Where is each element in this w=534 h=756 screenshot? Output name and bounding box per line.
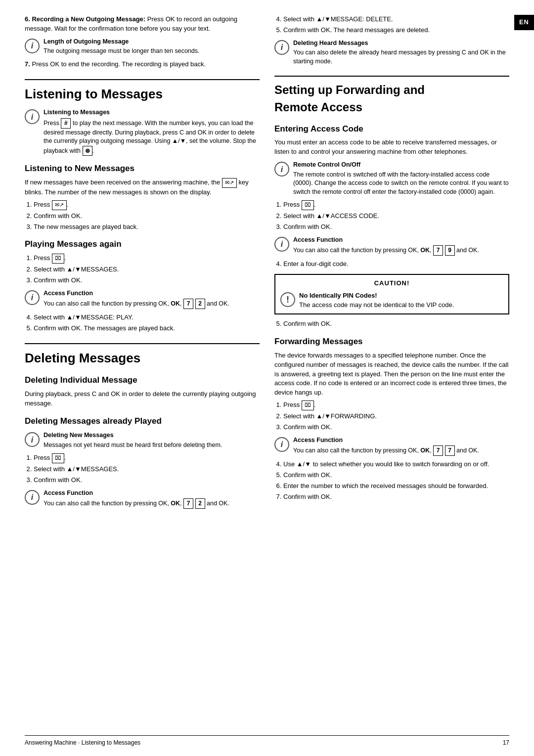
fwd-steps-cont: Use ▲/▼ to select whether you would like…	[283, 460, 509, 501]
fwd-step6: Enter the number to which the received m…	[283, 482, 509, 491]
del-new-title: Deleting New Messages	[44, 431, 260, 440]
new-messages-heading: Listening to New Messages	[25, 163, 260, 175]
main-content: 6. Recording a New Outgoing Message: Pre…	[25, 15, 509, 513]
info-icon-del-access: i	[25, 490, 40, 505]
del-key-7: 7	[183, 498, 193, 509]
acc-step1: Press ⌧.	[283, 200, 509, 210]
deleting-heading: Deleting Messages	[25, 343, 260, 368]
left-column: 6. Recording a New Outgoing Message: Pre…	[25, 15, 260, 513]
info-title: Length of Outgoing Message	[44, 38, 260, 46]
fwd-key-7b: 7	[445, 445, 455, 456]
new-messages-steps: Press ✉↗. Confirm with OK. The new messa…	[34, 200, 260, 232]
msg-key-2: ✉↗	[52, 200, 67, 210]
fwd-func-title: Access Function	[293, 436, 509, 445]
deleting-indiv-text: During playback, press C and OK in order…	[25, 390, 260, 408]
heard-title: Deleting Heard Messages	[293, 39, 509, 48]
key-2: 2	[195, 299, 205, 309]
fwd-step3: Confirm with OK.	[283, 423, 509, 432]
acc-key-7: 7	[433, 245, 443, 256]
stop-key: ⊗	[83, 146, 92, 156]
del-cont-section: Select with ▲/▼MESSAGE: DELETE. Confirm …	[274, 15, 509, 66]
access-code-heading: Entering Access Code	[274, 123, 509, 135]
play-access-title: Access Function	[44, 289, 260, 298]
del-new-text: Messages not yet heard must be heard fir…	[44, 442, 222, 448]
info-icon-del: i	[25, 432, 40, 447]
hash-key: #	[61, 118, 71, 129]
access-steps-cont2: Confirm with OK.	[283, 319, 509, 329]
del-new-info-box: i Deleting New Messages Messages not yet…	[25, 431, 260, 449]
step-1: Press ✉↗.	[34, 200, 260, 210]
remote-title: Remote Control On/Off	[293, 161, 509, 170]
del-step-1: Press ⌧.	[34, 453, 260, 463]
acc-step4: Enter a four-digit code.	[283, 260, 509, 269]
caution-inner: ! No Identically PIN Codes! The access c…	[280, 291, 503, 310]
deleting-indiv-heading: Deleting Individual Message	[25, 374, 260, 387]
info-icon-play: i	[25, 290, 40, 305]
caution-text: The access code may not be identical to …	[299, 301, 454, 309]
listening-info-content: Listening to Messages Press # to play th…	[44, 108, 260, 156]
playing-steps-cont: Select with ▲/▼MESSAGE: PLAY. Confirm wi…	[34, 313, 260, 333]
play-step-2: Select with ▲/▼MESSAGES.	[34, 265, 260, 274]
new-messages-intro: If new messages have been received on th…	[25, 178, 260, 197]
deleting-already-heading: Deleting Messages already Played	[25, 415, 260, 428]
forwarding-main-heading: Setting up Forwarding and Remote Access	[274, 76, 509, 116]
remote-content: Remote Control On/Off The remote control…	[293, 161, 509, 196]
acc-func-text: You can also call the function by pressi…	[293, 247, 479, 254]
listening-info-text: Press # to play the next message. With t…	[44, 120, 256, 154]
step-2: Confirm with OK.	[34, 212, 260, 221]
language-tab: EN	[514, 15, 534, 30]
info-icon-acc-func: i	[274, 237, 289, 252]
caution-box: CAUTION! ! No Identically PIN Codes! The…	[274, 274, 509, 315]
fwd-msg-key: ⌧	[302, 400, 314, 410]
heard-content: Deleting Heard Messages You can also del…	[293, 39, 509, 66]
caution-title: No Identically PIN Codes!	[299, 292, 377, 299]
item6-text: 6. Recording a New Outgoing Message: Pre…	[25, 15, 260, 34]
playing-steps: Press ⌧. Select with ▲/▼MESSAGES. Confir…	[34, 254, 260, 285]
del-steps: Press ⌧. Select with ▲/▼MESSAGES. Confir…	[34, 453, 260, 485]
del-key-2: 2	[195, 498, 205, 509]
fwd-key-7a: 7	[433, 445, 443, 456]
item7-text: 7. Press OK to end the recording. The re…	[25, 60, 260, 69]
intro-section: 6. Recording a New Outgoing Message: Pre…	[25, 15, 260, 69]
acc-step3: Confirm with OK.	[283, 222, 509, 232]
del-cont-step4: Select with ▲/▼MESSAGE: DELETE.	[283, 15, 509, 24]
fwd-step2: Select with ▲/▼FORWARDING.	[283, 412, 509, 421]
fwd-step7: Confirm with OK.	[283, 492, 509, 502]
acc-func-title: Access Function	[293, 236, 509, 245]
access-steps: Press ⌧. Select with ▲/▼ACCESS CODE. Con…	[283, 200, 509, 232]
play-step-5: Confirm with OK. The messages are played…	[34, 324, 260, 333]
info-icon: i	[25, 39, 40, 53]
acc-msg-key: ⌧	[302, 200, 314, 210]
fwd-step4: Use ▲/▼ to select whether you would like…	[283, 460, 509, 469]
remote-text: The remote control is switched off with …	[293, 171, 509, 195]
step-3: The new messages are played back.	[34, 222, 260, 232]
page: EN 6. Recording a New Outgoing Message: …	[0, 0, 534, 756]
play-msg-key: ⌧	[52, 254, 64, 264]
fwd-func-content: Access Function You can also call the fu…	[293, 436, 509, 456]
caution-content: No Identically PIN Codes! The access cod…	[299, 291, 454, 310]
play-step-4: Select with ▲/▼MESSAGE: PLAY.	[34, 313, 260, 322]
info-text: The outgoing message must be longer than…	[44, 47, 199, 54]
caution-header: CAUTION!	[280, 279, 503, 288]
fwd-step1: Press ⌧.	[283, 400, 509, 410]
heard-info-box: i Deleting Heard Messages You can also d…	[274, 39, 509, 66]
del-access-info-box: i Access Function You can also call the …	[25, 489, 260, 509]
del-access-title: Access Function	[44, 489, 260, 498]
fwd-func-text: You can also call the function by pressi…	[293, 447, 479, 454]
access-intro: You must enter an access code to be able…	[274, 138, 509, 157]
msg-key: ✉↗	[222, 178, 237, 188]
play-access-text: You can also call the function by pressi…	[44, 300, 229, 307]
playing-heading: Playing Messages again	[25, 238, 260, 251]
del-new-content: Deleting New Messages Messages not yet h…	[44, 431, 260, 449]
info-content: Length of Outgoing Message The outgoing …	[44, 38, 260, 56]
remote-info-box: i Remote Control On/Off The remote contr…	[274, 161, 509, 196]
footer-right: 17	[503, 739, 509, 747]
del-step-3: Confirm with OK.	[34, 476, 260, 485]
caution-icon: !	[280, 292, 295, 307]
play-access-content: Access Function You can also call the fu…	[44, 289, 260, 309]
length-info-box: i Length of Outgoing Message The outgoin…	[25, 38, 260, 56]
info-icon-remote: i	[274, 162, 289, 177]
fwd-steps: Press ⌧. Select with ▲/▼FORWARDING. Conf…	[283, 400, 509, 432]
listening-info-title: Listening to Messages	[44, 108, 260, 117]
del-access-content: Access Function You can also call the fu…	[44, 489, 260, 509]
